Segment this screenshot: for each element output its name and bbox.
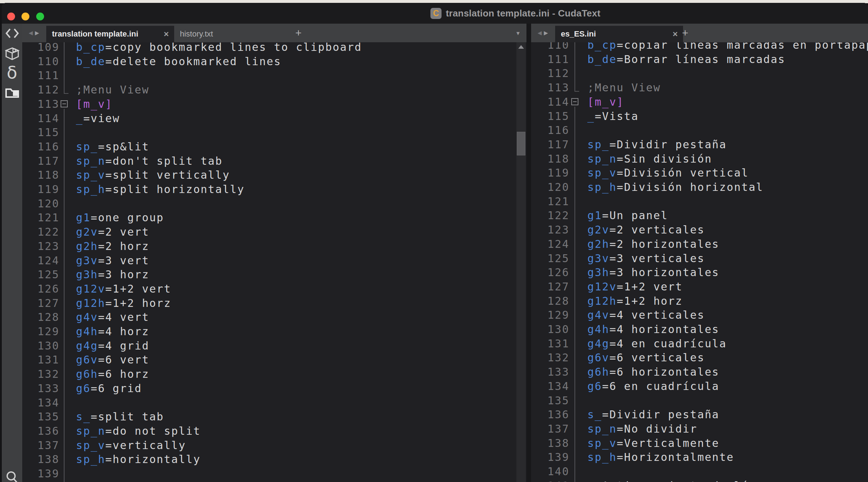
code-line[interactable]: g4h=4 horizontales bbox=[587, 322, 719, 337]
next-tab-icon[interactable]: ▶ bbox=[544, 30, 548, 36]
code-line[interactable]: g6v=6 vert bbox=[76, 353, 149, 367]
code-line[interactable]: sp_n=No dividir bbox=[587, 422, 697, 436]
close-tab-icon[interactable]: ✕ bbox=[672, 30, 678, 38]
code-line[interactable]: g2h=2 horizontales bbox=[587, 237, 719, 251]
code-line[interactable]: sp_h=Horizontalmente bbox=[587, 450, 734, 464]
new-tab-button[interactable]: + bbox=[682, 24, 688, 42]
code-line[interactable]: sp_v=split vertically bbox=[76, 168, 230, 182]
fold-toggle-icon[interactable] bbox=[61, 100, 68, 107]
tab-translation-template-ini[interactable]: translation template.ini✕ bbox=[46, 26, 174, 42]
code-line[interactable]: w=Activar ajuste de línea bbox=[587, 479, 771, 482]
code-line[interactable]: ;Menu View bbox=[587, 81, 661, 95]
ini-value: =vertically bbox=[105, 439, 186, 452]
code-line[interactable]: _=Vista bbox=[587, 109, 639, 124]
vertical-scrollbar[interactable] bbox=[516, 42, 526, 482]
ini-value: =don't split tab bbox=[105, 155, 223, 167]
code-line[interactable]: sp_n=do not split bbox=[76, 424, 201, 438]
code-line[interactable]: g4g=4 en cuadrícula bbox=[587, 337, 727, 351]
code-line[interactable]: g4h=4 horz bbox=[76, 324, 149, 339]
line-number: 122 bbox=[531, 208, 569, 223]
code-line[interactable]: sp_=Dividir pestaña bbox=[587, 138, 727, 152]
ini-key: g4g bbox=[587, 337, 609, 350]
close-window-button[interactable] bbox=[7, 13, 15, 20]
code-line[interactable]: sp_n=Sin división bbox=[587, 152, 712, 166]
code-line[interactable]: g6=6 en cuadrícula bbox=[587, 379, 719, 394]
code-line[interactable]: sp_v=Verticalmente bbox=[587, 436, 719, 450]
line-number: 114 bbox=[531, 95, 569, 109]
code-line[interactable]: g4g=4 grid bbox=[76, 339, 149, 353]
plugins-box-icon[interactable] bbox=[2, 47, 22, 60]
search-icon[interactable] bbox=[2, 471, 22, 482]
snippets-delta-icon[interactable]: δ bbox=[2, 64, 22, 81]
code-line[interactable]: b_cp=copy bookmarked lines to clipboard bbox=[76, 40, 362, 54]
scrollbar-thumb[interactable] bbox=[517, 132, 525, 155]
code-line[interactable]: sp_h=horizontally bbox=[76, 452, 201, 467]
code-line[interactable]: g2v=2 verticales bbox=[587, 223, 705, 237]
code-line[interactable]: [m_v] bbox=[587, 95, 624, 109]
code-line[interactable]: g12v=1+2 vert bbox=[76, 282, 171, 296]
code-line[interactable]: sp_v=vertically bbox=[76, 438, 186, 453]
ini-key: sp_n bbox=[587, 153, 617, 165]
code-line[interactable]: b_de=Borrar líneas marcadas bbox=[587, 52, 785, 67]
close-tab-icon[interactable]: ✕ bbox=[163, 30, 169, 38]
next-tab-icon[interactable]: ▶ bbox=[35, 30, 39, 36]
code-line[interactable]: sp_v=División vertical bbox=[587, 166, 749, 180]
code-line[interactable]: g6v=6 verticales bbox=[587, 351, 705, 365]
code-line[interactable]: g2v=2 vert bbox=[76, 225, 149, 239]
code-line[interactable]: g1=Un panel bbox=[587, 208, 668, 223]
group-splitter[interactable] bbox=[526, 24, 531, 482]
code-line[interactable]: g1=one group bbox=[76, 211, 164, 225]
tab-es-es-ini[interactable]: es_ES.ini✕ bbox=[555, 26, 683, 42]
tab-history-txt[interactable]: history.txt bbox=[174, 26, 218, 42]
prev-tab-icon[interactable]: ◀ bbox=[538, 30, 542, 36]
code-line[interactable]: ;Menu View bbox=[76, 83, 149, 97]
ini-key: sp_ bbox=[587, 138, 609, 151]
scroll-up-icon[interactable] bbox=[518, 45, 524, 49]
minimize-window-button[interactable] bbox=[22, 13, 29, 20]
editor-right[interactable]: 110b_cp=copiar líneas marcadas en portap… bbox=[531, 24, 868, 482]
code-line[interactable]: sp_=sp&lit bbox=[76, 140, 149, 154]
code-line[interactable]: s_=split tab bbox=[76, 410, 164, 424]
line-number: 136 bbox=[531, 408, 569, 422]
editor-left[interactable]: 109b_cp=copy bookmarked lines to clipboa… bbox=[22, 24, 526, 482]
ini-key: g2v bbox=[587, 223, 609, 236]
tab-list-dropdown-icon[interactable]: ▼ bbox=[515, 24, 521, 42]
ini-value: =División horizontal bbox=[617, 181, 763, 193]
code-line[interactable]: g3v=3 vert bbox=[76, 254, 149, 268]
zoom-window-button[interactable] bbox=[36, 13, 44, 20]
ini-key: s_ bbox=[76, 410, 91, 423]
code-line[interactable]: sp_h=División horizontal bbox=[587, 180, 763, 194]
code-line[interactable]: [m_v] bbox=[76, 97, 113, 111]
code-line[interactable]: g6h=6 horizontales bbox=[587, 365, 719, 379]
code-line[interactable]: g6=6 grid bbox=[76, 381, 142, 396]
code-line[interactable]: sp_n=don't split tab bbox=[76, 154, 223, 168]
ini-key: g1 bbox=[76, 211, 91, 224]
project-folder-icon[interactable] bbox=[2, 87, 22, 98]
code-line[interactable]: g2h=2 horz bbox=[76, 239, 149, 254]
code-line[interactable]: _=view bbox=[76, 111, 120, 126]
code-line[interactable]: g4v=4 verticales bbox=[587, 308, 705, 322]
line-number: 114 bbox=[22, 111, 59, 126]
line-number: 127 bbox=[22, 296, 59, 310]
line-number: 113 bbox=[531, 81, 569, 95]
code-line[interactable]: g12h=1+2 horz bbox=[76, 296, 171, 310]
new-tab-button[interactable]: + bbox=[295, 24, 302, 42]
tab-nav-arrows: ◀▶ bbox=[29, 24, 39, 42]
code-line[interactable]: g3h=3 horizontales bbox=[587, 265, 719, 280]
prev-tab-icon[interactable]: ◀ bbox=[29, 30, 33, 36]
line-number: 140 bbox=[531, 464, 569, 479]
code-line[interactable]: g4v=4 vert bbox=[76, 310, 149, 324]
code-line[interactable]: g3v=3 verticales bbox=[587, 251, 705, 266]
code-line[interactable]: s_=Dividir pestaña bbox=[587, 408, 719, 422]
code-line[interactable]: g6h=6 horz bbox=[76, 367, 149, 381]
fold-toggle-icon[interactable] bbox=[571, 98, 578, 105]
code-line[interactable]: g3h=3 horz bbox=[76, 267, 149, 282]
code-panel-icon[interactable] bbox=[2, 27, 22, 39]
ini-key: g12h bbox=[76, 297, 105, 309]
code-line[interactable]: g12h=1+2 horz bbox=[587, 294, 683, 308]
code-line[interactable]: sp_h=split horizontally bbox=[76, 182, 245, 197]
code-line[interactable]: g12v=1+2 vert bbox=[587, 280, 683, 294]
code-line[interactable]: b_de=delete bookmarked lines bbox=[76, 54, 281, 69]
ini-key: g12v bbox=[76, 283, 105, 295]
ini-key: g3v bbox=[76, 254, 98, 267]
